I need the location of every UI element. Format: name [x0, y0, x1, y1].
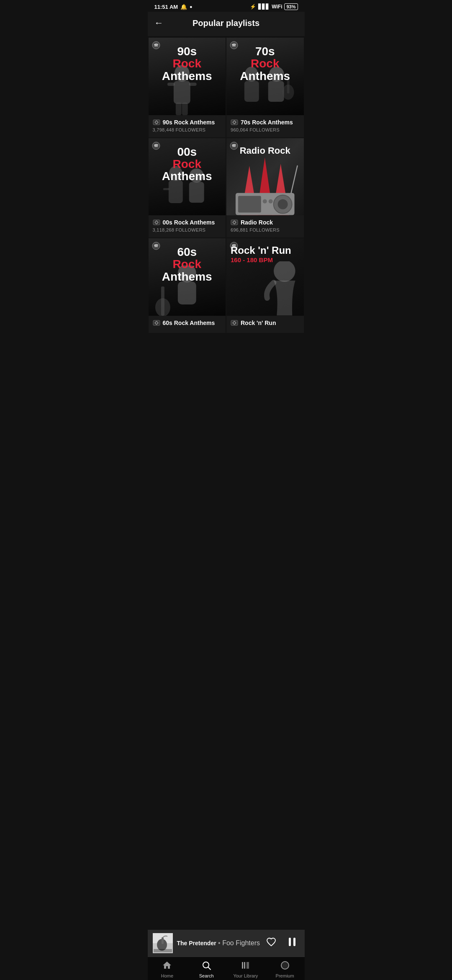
heart-icon [266, 937, 276, 947]
name-row-70s: 70s Rock Anthems [231, 119, 300, 126]
shuffle-icon-60s [153, 319, 160, 327]
nav-library[interactable]: Your Library [226, 957, 265, 980]
shuffle-icon-70s [231, 119, 238, 126]
overlay-text-00s: 00s Rock Anthems [149, 146, 226, 183]
playlist-name-90s: 90s Rock Anthems [163, 119, 215, 126]
svg-point-42 [274, 261, 295, 282]
anthems-label-90s: Anthems [149, 70, 226, 82]
playlist-card-rocknrun[interactable]: Rock 'n' Run 160 - 180 BPM [226, 238, 304, 333]
name-row-90s: 90s Rock Anthems [153, 119, 222, 126]
svg-rect-10 [244, 81, 259, 102]
rock-label-70s: Rock [226, 57, 304, 70]
svg-point-32 [263, 199, 267, 204]
status-bar: 11:51 AM 🔔 ● ⚡ ▋▋▋ WiFi 93% [148, 0, 305, 12]
svg-line-52 [208, 967, 211, 970]
playlist-info-radio: Radio Rock 696,881 FOLLOWERS [226, 215, 304, 237]
playlist-card-70s[interactable]: 70s Rock Anthems [226, 38, 304, 137]
svg-rect-47 [162, 937, 164, 944]
playlist-info-60s: 60s Rock Anthems [149, 316, 226, 333]
bottom-nav: Home Search Your Library Premium [148, 957, 305, 980]
playlist-list: 90s Rock Anthems [148, 36, 305, 385]
nav-premium-label: Premium [276, 973, 294, 978]
now-playing-track: The Pretender • Foo Fighters [177, 939, 260, 947]
nav-home-label: Home [161, 973, 173, 978]
spotify-badge-90s [152, 41, 160, 49]
search-icon [201, 960, 211, 972]
card-thumbnail-60s: 60s Rock Anthems [149, 238, 226, 316]
album-art [153, 933, 173, 953]
playlist-followers-radio: 696,881 FOLLOWERS [231, 227, 300, 232]
like-button[interactable] [265, 935, 278, 951]
library-icon [241, 960, 251, 972]
playlist-info-00s: 00s Rock Anthems 3,118,268 FOLLOWERS [149, 215, 226, 237]
rock-label-60s: Rock [149, 258, 226, 270]
now-playing-thumbnail [153, 933, 173, 953]
card-thumbnail-radio: Radio Rock [226, 138, 304, 216]
spotify-badge-00s [152, 142, 160, 150]
home-icon [162, 960, 172, 972]
wifi-icon: WiFi [272, 4, 282, 10]
anthems-label-00s: Anthems [149, 170, 226, 182]
playlist-info-90s: 90s Rock Anthems 3,798,448 FOLLOWERS [149, 115, 226, 137]
anthems-label-60s: Anthems [149, 271, 226, 283]
back-button[interactable]: ← [154, 16, 167, 30]
playlist-followers-00s: 3,118,268 FOLLOWERS [153, 227, 222, 232]
alarm-icon: 🔔 [180, 4, 187, 10]
svg-point-39 [155, 298, 170, 316]
name-row-60s: 60s Rock Anthems [153, 319, 222, 327]
track-title: The Pretender [177, 940, 216, 946]
nav-home[interactable]: Home [148, 957, 187, 980]
status-right: ⚡ ▋▋▋ WiFi 93% [250, 3, 298, 10]
now-playing-bar: The Pretender • Foo Fighters [148, 930, 305, 957]
playlist-name-00s: 00s Rock Anthems [163, 219, 215, 226]
svg-rect-5 [175, 103, 181, 115]
nav-search[interactable]: Search [187, 957, 226, 980]
playlist-followers-70s: 960,064 FOLLOWERS [231, 127, 300, 132]
pause-button[interactable] [285, 934, 300, 952]
runner-silhouette [254, 261, 304, 315]
playlist-name-radio: Radio Rock [241, 219, 273, 226]
overlay-text-60s: 60s Rock Anthems [149, 246, 226, 283]
nav-library-label: Your Library [233, 973, 258, 978]
overlay-text-70s: 70s Rock Anthems [226, 45, 304, 82]
time: 11:51 AM [154, 4, 178, 10]
playlist-card-90s[interactable]: 90s Rock Anthems [149, 38, 226, 137]
svg-rect-4 [189, 83, 196, 86]
card-thumbnail-rocknrun: Rock 'n' Run 160 - 180 BPM [226, 238, 304, 316]
svg-rect-28 [238, 196, 261, 213]
now-playing-info: The Pretender • Foo Fighters [177, 939, 260, 947]
name-row-radio: Radio Rock [231, 219, 300, 226]
radio-illustration [226, 153, 304, 215]
shuffle-icon-00s [153, 219, 160, 226]
playlist-card-radio[interactable]: Radio Rock [226, 138, 304, 238]
now-playing-controls [265, 934, 300, 952]
playlist-info-rocknrun: Rock 'n' Run [226, 316, 304, 333]
playlist-name-70s: 70s Rock Anthems [241, 119, 293, 126]
svg-rect-50 [293, 938, 295, 946]
header: ← Popular playlists [148, 12, 305, 36]
nav-premium[interactable]: Premium [265, 957, 305, 980]
svg-rect-3 [167, 83, 175, 86]
name-row-00s: 00s Rock Anthems [153, 219, 222, 226]
svg-rect-20 [189, 182, 204, 203]
status-left: 11:51 AM 🔔 ● [154, 4, 193, 10]
svg-rect-21 [163, 188, 169, 190]
playlist-name-rocknrun: Rock 'n' Run [241, 320, 276, 326]
playlist-card-60s[interactable]: 60s Rock Anthems [149, 238, 226, 333]
track-artist: Foo Fighters [222, 939, 260, 946]
svg-line-31 [291, 166, 298, 193]
playlist-grid: 90s Rock Anthems [148, 36, 305, 335]
pause-icon [286, 936, 298, 948]
shuffle-icon-radio [231, 219, 238, 226]
playlist-card-00s[interactable]: 00s Rock Anthems [149, 138, 226, 238]
playlist-info-70s: 70s Rock Anthems 960,064 FOLLOWERS [226, 115, 304, 137]
card-thumbnail-90s: 90s Rock Anthems [149, 38, 226, 115]
card-thumbnail-70s: 70s Rock Anthems [226, 38, 304, 115]
separator: • [218, 939, 222, 946]
rock-label-00s: Rock [149, 158, 226, 170]
shuffle-icon-rocknrun [231, 319, 238, 327]
spotify-badge-radio [230, 142, 238, 150]
premium-icon [280, 960, 290, 972]
rock-label-90s: Rock [149, 57, 226, 70]
page-title: Popular playlists [167, 18, 298, 28]
